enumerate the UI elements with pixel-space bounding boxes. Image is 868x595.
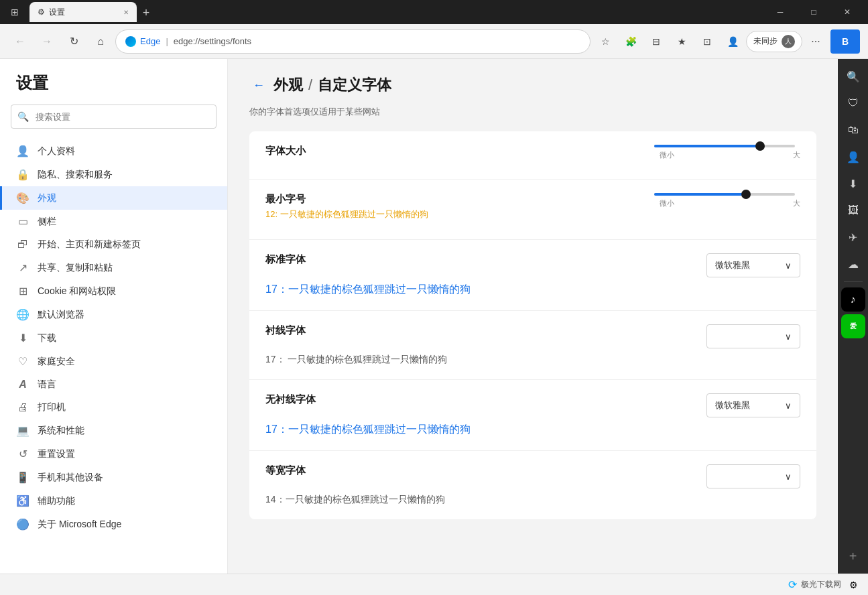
breadcrumb: ← 外观 / 自定义字体 [249, 75, 816, 95]
sidebar-item-about[interactable]: 🔵 关于 Microsoft Edge [0, 513, 227, 536]
active-tab[interactable]: ⚙ 设置 ✕ [29, 2, 137, 22]
split-view-btn[interactable]: ⊟ [644, 29, 668, 54]
about-icon: 🔵 [16, 518, 29, 531]
min-font-section: 最小字号 12: 一只敏捷的棕色狐狸跳过一只懒惰的狗 微小 大 [249, 180, 816, 240]
shield-btn[interactable]: 🛡 [841, 91, 865, 115]
favorites-btn[interactable]: ★ [670, 29, 694, 54]
sidebar-item-privacy[interactable]: 🔒 隐私、搜索和服务 [0, 163, 227, 186]
sidebar-item-family[interactable]: ♡ 家庭安全 [0, 350, 227, 373]
home-button[interactable]: ⌂ [88, 29, 113, 54]
iqiyi-btn[interactable]: 爱 [841, 314, 865, 338]
standard-font-dropdown[interactable]: 微软雅黑 ∨ [706, 253, 800, 277]
tab-grid-btn[interactable]: ⊞ [5, 3, 24, 21]
sidebar-item-label: 开始、主页和新建标签页 [38, 239, 141, 251]
sidebar-item-appearance[interactable]: 🎨 外观 [0, 186, 227, 210]
settings-card: 字体大小 微小 大 [249, 131, 816, 519]
image-btn[interactable]: 🖼 [841, 198, 865, 222]
sans-serif-font-value: 微软雅黑 [715, 399, 750, 411]
tiktok-icon: ♪ [851, 293, 856, 306]
cloud-btn[interactable]: ☁ [841, 252, 865, 276]
forward-button[interactable]: → [35, 29, 59, 54]
min-font-slider-fill [654, 193, 746, 196]
serif-font-title: 衬线字体 [265, 324, 306, 337]
sidebar-item-printer[interactable]: 🖨 打印机 [0, 396, 227, 419]
send-btn[interactable]: ✈ [841, 225, 865, 249]
min-font-slider-thumb[interactable] [741, 190, 751, 199]
person-btn[interactable]: 👤 [841, 145, 865, 169]
address-bar[interactable]: Edge | edge://settings/fonts [115, 29, 591, 54]
sidebar-item-reset[interactable]: ↺ 重置设置 [0, 442, 227, 466]
sidebar-item-profile[interactable]: 👤 个人资料 [0, 139, 227, 163]
sidebar-item-label: 打印机 [38, 401, 66, 413]
extension-btn[interactable]: 🧩 [619, 29, 643, 54]
slider-max-label: 大 [793, 150, 800, 160]
sidebar-item-accessibility[interactable]: ♿ 辅助功能 [0, 489, 227, 513]
profile-btn-toolbar[interactable]: 👤 [721, 29, 745, 54]
bag-btn[interactable]: 🛍 [841, 118, 865, 142]
bing-btn[interactable]: B [830, 29, 860, 54]
sidebar-item-start[interactable]: 🗗 开始、主页和新建标签页 [0, 233, 227, 256]
monospace-font-dropdown[interactable]: ∨ [706, 464, 800, 488]
start-icon: 🗗 [16, 239, 29, 251]
sidebar-item-language[interactable]: A 语言 [0, 373, 227, 396]
min-font-left: 最小字号 12: 一只敏捷的棕色狐狸跳过一只懒惰的狗 [265, 193, 428, 220]
sans-serif-font-preview: 17：一只敏捷的棕色狐狸跳过一只懒惰的狗 [265, 423, 800, 437]
dropdown-chevron: ∨ [785, 332, 792, 342]
more-button[interactable]: ··· [804, 29, 828, 54]
settings-sidebar: 设置 🔍 👤 个人资料 🔒 隐私、搜索和服务 🎨 外观 ▭ 侧栏 [0, 59, 228, 574]
sans-serif-font-title: 无衬线字体 [265, 393, 316, 406]
font-size-slider-labels: 微小 大 [660, 150, 800, 160]
sidebar-item-downloads[interactable]: ⬇ 下载 [0, 326, 227, 350]
standard-font-preview: 17：一只敏捷的棕色狐狸跳过一只懒惰的狗 [265, 283, 800, 297]
sidebar-item-mobile[interactable]: 📱 手机和其他设备 [0, 466, 227, 489]
sidebar-item-label: 系统和性能 [38, 425, 84, 437]
tab-close-btn[interactable]: ✕ [123, 9, 129, 16]
download-icon: ⬇ [16, 332, 29, 344]
sans-serif-font-dropdown[interactable]: 微软雅黑 ∨ [706, 393, 800, 417]
mobile-icon: 📱 [16, 471, 29, 484]
back-button[interactable]: ← [8, 29, 32, 54]
bottom-bar: ⟳ 极光下载网 ⚙ [0, 574, 868, 595]
sidebar-item-cookies[interactable]: ⊞ Cookie 和网站权限 [0, 279, 227, 303]
sidebar-item-label: 重置设置 [38, 448, 75, 460]
search-input[interactable] [11, 105, 216, 129]
iqiyi-icon: 爱 [850, 322, 857, 331]
minimize-button[interactable]: ─ [765, 0, 796, 24]
breadcrumb-separator: / [308, 76, 312, 94]
account-button[interactable]: 未同步 人 [746, 31, 802, 52]
min-slider-min-label: 微小 [660, 198, 674, 208]
font-size-slider-fill [654, 145, 760, 147]
back-button[interactable]: ← [249, 76, 268, 94]
min-font-slider-track[interactable] [654, 193, 795, 196]
browser-icon: 🌐 [16, 308, 29, 321]
sidebar-item-sidebar[interactable]: ▭ 侧栏 [0, 210, 227, 233]
refresh-button[interactable]: ↻ [62, 29, 86, 54]
tiktok-btn[interactable]: ♪ [841, 287, 865, 312]
bottom-gear-btn[interactable]: ⚙ [847, 578, 860, 592]
accessibility-icon: ♿ [16, 494, 29, 507]
maximize-button[interactable]: □ [798, 0, 829, 24]
sidebar-item-label: 手机和其他设备 [38, 472, 103, 484]
sidebar-item-label: 家庭安全 [38, 356, 75, 368]
dropdown-chevron: ∨ [785, 472, 792, 482]
font-size-slider-track[interactable] [654, 145, 795, 147]
collections-btn[interactable]: ⊡ [695, 29, 719, 54]
lock-icon: 🔒 [16, 168, 29, 181]
zoom-btn[interactable]: 🔍 [841, 64, 865, 88]
sidebar-item-system[interactable]: 💻 系统和性能 [0, 419, 227, 442]
sidebar-item-share[interactable]: ↗ 共享、复制和粘贴 [0, 256, 227, 279]
sidebar-item-browser[interactable]: 🌐 默认浏览器 [0, 303, 227, 326]
tab-icon: ⚙ [38, 7, 45, 17]
serif-font-dropdown[interactable]: ∨ [706, 324, 800, 348]
logo-text: 极光下载网 [801, 579, 841, 590]
add-panel-button[interactable]: + [841, 544, 865, 568]
close-button[interactable]: ✕ [832, 0, 863, 24]
monospace-font-title: 等宽字体 [265, 464, 306, 477]
dropdown-chevron: ∨ [785, 261, 792, 271]
sidebar-item-label: 侧栏 [38, 216, 56, 228]
font-size-slider-thumb[interactable] [755, 141, 765, 151]
star-btn[interactable]: ☆ [593, 29, 617, 54]
panel-download-btn[interactable]: ⬇ [841, 172, 865, 196]
sidebar-nav: 👤 个人资料 🔒 隐私、搜索和服务 🎨 外观 ▭ 侧栏 🗗 开始、主页和新建标签… [0, 139, 227, 536]
new-tab-button[interactable]: + [137, 3, 156, 22]
